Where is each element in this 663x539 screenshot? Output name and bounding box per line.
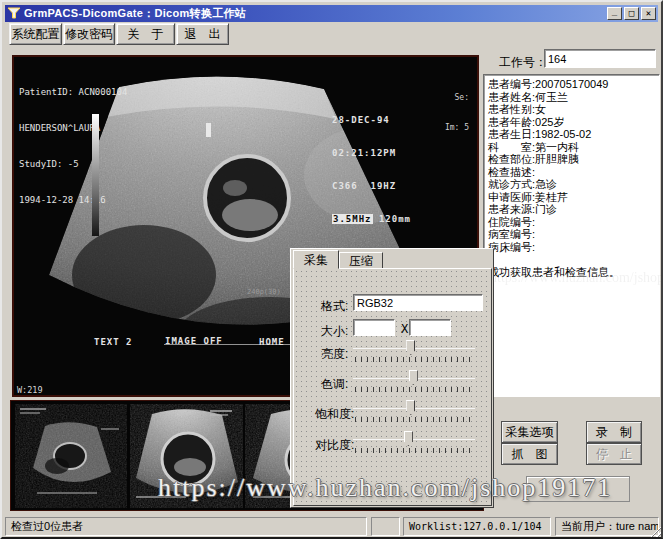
slider-thumb bbox=[406, 340, 415, 355]
patient-info-line: 申请医师:姜桂芹 bbox=[488, 191, 655, 204]
minimize-icon[interactable]: _ bbox=[607, 7, 622, 20]
window-title: GrmPACS-DicomGate：Dicom转换工作站 bbox=[24, 6, 246, 21]
format-input[interactable] bbox=[353, 294, 483, 311]
patient-info-line: 患者姓名:何玉兰 bbox=[488, 91, 655, 104]
patient-info-line: 患者年龄:025岁 bbox=[488, 116, 655, 129]
saturation-label: 饱和度: bbox=[315, 406, 354, 423]
patient-info-line: 科 室:第一内科 bbox=[488, 141, 655, 154]
record-button[interactable]: 录 制 bbox=[586, 421, 642, 443]
work-no-input[interactable] bbox=[544, 49, 656, 68]
patient-info-line: 患者性别:女 bbox=[488, 103, 655, 116]
exit-button[interactable]: 退 出 bbox=[176, 23, 229, 45]
brightness-label: 亮度: bbox=[321, 346, 348, 363]
brightness-slider[interactable] bbox=[353, 340, 475, 362]
patient-info-line: 检查描述: bbox=[488, 166, 655, 179]
status-message: 检查过0位患者 bbox=[5, 517, 367, 536]
change-password-button[interactable]: 修改密码 bbox=[63, 23, 115, 45]
patient-info-line: 患者来源:门诊 bbox=[488, 203, 655, 216]
grab-image-button[interactable]: 抓 图 bbox=[501, 443, 558, 465]
app-window: GrmPACS-DicomGate：Dicom转换工作站 _ □ ✕ 系统配置 … bbox=[0, 0, 663, 539]
tab-capture[interactable]: 采集 bbox=[293, 250, 339, 269]
patient-info-line: 患者编号:200705170049 bbox=[488, 78, 655, 91]
status-empty-panel bbox=[371, 517, 400, 536]
status-bar: 检查过0位患者 Worklist:127.0.0.1/104 当前用户：ture… bbox=[5, 516, 662, 538]
patient-info-line: 就诊方式:急诊 bbox=[488, 178, 655, 191]
about-button[interactable]: 关 于 bbox=[116, 23, 175, 45]
size-separator: X bbox=[401, 322, 408, 336]
maximize-icon[interactable]: □ bbox=[624, 7, 639, 20]
patient-info-line: 患者生日:1982-05-02 bbox=[488, 128, 655, 141]
overlay-image-off-label: IMAGE OFF bbox=[165, 336, 223, 346]
stop-button: 停 止 bbox=[586, 443, 642, 465]
frame-rate-label: 240p(30) bbox=[247, 288, 281, 296]
contrast-slider[interactable] bbox=[353, 431, 475, 453]
format-label: 格式: bbox=[321, 298, 348, 315]
saturation-slider[interactable] bbox=[353, 400, 475, 422]
partially-obscured-button[interactable] bbox=[526, 476, 630, 502]
work-no-label: 工作号： bbox=[499, 54, 547, 71]
patient-info-line bbox=[488, 253, 655, 266]
overlay-series-info: Se: Im: 5 bbox=[440, 73, 469, 153]
size-label: 大小: bbox=[321, 323, 348, 340]
status-current-user: 当前用户：ture name usl bbox=[555, 517, 659, 536]
app-icon bbox=[7, 7, 21, 20]
overlay-text2-label: TEXT 2 bbox=[94, 337, 133, 347]
patient-info-panel: 患者编号:200705170049 患者姓名:何玉兰 患者性别:女 患者年龄:0… bbox=[483, 74, 660, 397]
title-bar: GrmPACS-DicomGate：Dicom转换工作站 _ □ ✕ bbox=[5, 5, 658, 22]
patient-status-line: 成功获取患者和检查信息。 bbox=[488, 266, 655, 279]
focus-marker bbox=[206, 123, 211, 137]
slider-thumb bbox=[409, 370, 418, 385]
size-height-input[interactable] bbox=[409, 319, 451, 336]
patient-info-line: 检查部位:肝胆脾胰 bbox=[488, 153, 655, 166]
tab-compress[interactable]: 压缩 bbox=[339, 252, 383, 269]
thumbnail-1[interactable] bbox=[15, 404, 127, 508]
close-icon[interactable]: ✕ bbox=[641, 7, 656, 20]
slider-thumb bbox=[406, 400, 415, 415]
patient-info-line: 病床编号: bbox=[488, 241, 655, 254]
patient-info-line: 病室编号: bbox=[488, 228, 655, 241]
capture-dialog: 采集 压缩 格式: 大小: X 亮度: 色调: 饱和度: 对比度: bbox=[290, 248, 494, 508]
slider-thumb bbox=[404, 431, 413, 446]
patient-info-line: 住院编号: bbox=[488, 216, 655, 229]
system-config-button[interactable]: 系统配置 bbox=[9, 23, 62, 45]
hue-slider[interactable] bbox=[353, 370, 475, 392]
thumbnail-2[interactable] bbox=[130, 404, 243, 508]
status-worklist: Worklist:127.0.0.1/104 bbox=[403, 517, 551, 536]
hue-label: 色调: bbox=[321, 376, 348, 393]
capture-options-button[interactable]: 采集选项 bbox=[501, 421, 558, 443]
grayscale-reference-bar bbox=[92, 114, 99, 236]
size-width-input[interactable] bbox=[353, 319, 395, 336]
contrast-label: 对比度: bbox=[315, 437, 354, 454]
overlay-patient-info: PatientID: ACN000104 HENDERSON^LAURA Stu… bbox=[19, 62, 127, 230]
